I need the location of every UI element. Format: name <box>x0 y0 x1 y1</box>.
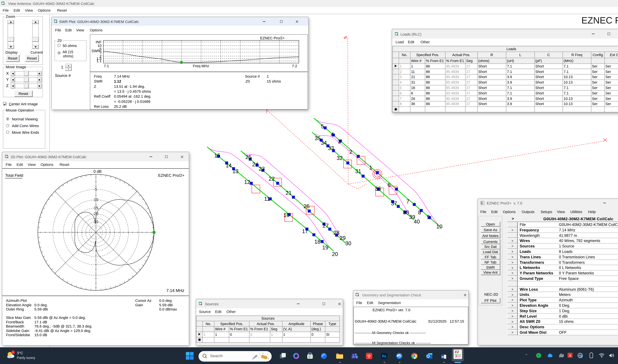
svg-text:5: 5 <box>321 123 324 130</box>
svg-text:1: 1 <box>369 165 372 170</box>
svg-text:7.14 MHz: 7.14 MHz <box>166 288 184 293</box>
svg-text:23: 23 <box>259 166 265 172</box>
svg-text:7.1: 7.1 <box>104 64 109 68</box>
svg-text:4: 4 <box>331 131 334 137</box>
svg-text:1.1: 1.1 <box>96 59 102 63</box>
svg-text:Ps: Ps <box>382 354 386 358</box>
svg-text:35: 35 <box>315 135 321 141</box>
svg-text:18: 18 <box>314 239 321 245</box>
svg-text:-15: -15 <box>92 206 98 210</box>
svg-text:17: 17 <box>302 228 308 234</box>
svg-text:9: 9 <box>427 214 430 220</box>
svg-text:12: 12 <box>244 179 250 185</box>
svg-text:15: 15 <box>214 153 220 159</box>
svg-text:25: 25 <box>245 154 252 160</box>
svg-text:T: T <box>353 356 354 358</box>
svg-text:33: 33 <box>328 145 334 151</box>
svg-text:-10: -10 <box>92 197 98 202</box>
svg-text:21: 21 <box>286 190 292 196</box>
svg-text:34: 34 <box>321 140 327 146</box>
svg-text:24: 24 <box>252 161 258 168</box>
svg-text:32: 32 <box>337 155 343 161</box>
svg-text:7: 7 <box>455 355 457 358</box>
svg-text:28: 28 <box>334 230 339 236</box>
svg-text:Total Field: Total Field <box>5 173 23 178</box>
svg-text:37: 37 <box>391 200 397 207</box>
svg-text:38: 38 <box>403 209 409 215</box>
svg-text:7: 7 <box>481 203 482 205</box>
svg-text:SWR: SWR <box>91 49 100 53</box>
svg-text:k: k <box>538 354 540 357</box>
svg-text:W: W <box>441 356 444 358</box>
svg-text:Freq MHz: Freq MHz <box>193 64 209 68</box>
svg-text:EZNEC Pro/2+: EZNEC Pro/2+ <box>158 173 184 178</box>
svg-text:10: 10 <box>437 223 442 230</box>
svg-text:22: 22 <box>269 176 275 182</box>
svg-text:19: 19 <box>322 245 328 250</box>
svg-text:EZ: EZ <box>455 350 459 354</box>
svg-text:36: 36 <box>375 185 381 192</box>
svg-text:7.2: 7.2 <box>292 64 297 68</box>
svg-text:-5: -5 <box>94 187 97 192</box>
svg-text:3: 3 <box>338 139 341 145</box>
svg-text:29: 29 <box>340 235 346 241</box>
svg-text:1: 1 <box>12 351 14 354</box>
svg-text:EZNEC Pro/2+: EZNEC Pro/2+ <box>260 36 285 40</box>
svg-text:20: 20 <box>332 251 338 257</box>
svg-text:8: 8 <box>418 209 421 215</box>
svg-text:6: 6 <box>388 182 391 188</box>
svg-text:13: 13 <box>232 168 239 174</box>
svg-text:30: 30 <box>345 240 351 246</box>
svg-text:2: 2 <box>349 149 352 155</box>
svg-text:0 dB: 0 dB <box>93 169 102 174</box>
svg-text:26: 26 <box>304 203 310 209</box>
svg-text:40: 40 <box>414 219 420 225</box>
svg-text:16: 16 <box>283 212 290 218</box>
svg-text:11: 11 <box>264 196 270 202</box>
svg-text:31: 31 <box>355 168 361 174</box>
svg-text:27: 27 <box>323 223 329 229</box>
svg-text:7: 7 <box>406 198 409 205</box>
svg-text:14: 14 <box>226 162 232 169</box>
